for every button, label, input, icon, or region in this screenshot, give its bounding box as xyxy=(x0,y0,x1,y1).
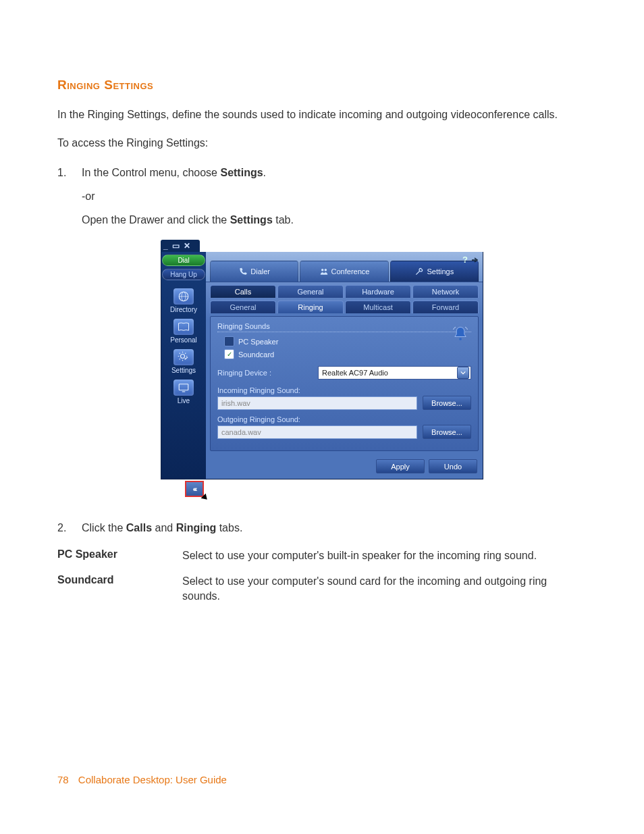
subtab-general-top[interactable]: General xyxy=(277,285,344,298)
step1-or: -or xyxy=(82,188,587,204)
maximize-icon[interactable]: ▭ xyxy=(172,242,180,250)
tab-dialer[interactable]: Dialer xyxy=(210,261,298,282)
incoming-sound-label: Incoming Ringing Sound: xyxy=(217,386,471,394)
gear-icon xyxy=(173,349,194,365)
step1-suffix: . xyxy=(263,167,266,178)
section-heading: Ringing Settings xyxy=(57,78,587,93)
bell-icon xyxy=(451,325,470,344)
panel-footer-buttons: Apply Undo xyxy=(206,455,483,479)
sub-tabs-row-2: General Ringing Multicast Forward xyxy=(206,298,483,313)
close-icon[interactable]: ✕ xyxy=(184,242,190,250)
svg-point-8 xyxy=(459,338,462,340)
intro-paragraph: In the Ringing Settings, define the soun… xyxy=(57,107,587,122)
subtab-network[interactable]: Network xyxy=(412,285,479,298)
sidebar-label-personal: Personal xyxy=(165,336,203,344)
page-footer: 78 Collaborate Desktop: User Guide xyxy=(57,774,227,785)
sidebar-item-directory[interactable]: Directory xyxy=(165,288,203,313)
soundcard-checkbox[interactable]: ✓ xyxy=(224,349,234,359)
def-pcspeaker-term: PC Speaker xyxy=(57,548,182,561)
step-number-1: 1. xyxy=(57,165,82,180)
undo-button[interactable]: Undo xyxy=(429,459,477,473)
outgoing-sound-input[interactable]: canada.wav xyxy=(217,425,417,439)
drawer-handle[interactable]: ‹‹‹ xyxy=(185,481,204,497)
settings-screenshot: _ ▭ ✕ Dial Hang Up Directory xyxy=(161,240,483,500)
tools-icon xyxy=(414,267,424,276)
window-controls: _ ▭ ✕ xyxy=(161,240,200,252)
tab-conference-label: Conference xyxy=(331,267,370,276)
subtab-forward[interactable]: Forward xyxy=(412,301,479,313)
minimize-icon[interactable]: _ xyxy=(163,242,168,250)
browse-label: Browse... xyxy=(431,399,462,407)
hangup-button[interactable]: Hang Up xyxy=(162,269,205,280)
footer-title: Collaborate Desktop: User Guide xyxy=(78,774,227,785)
incoming-sound-input[interactable]: irish.wav xyxy=(217,396,417,410)
step1b-text: Open the Drawer and click the Settings t… xyxy=(82,212,587,228)
ringing-device-label: Ringing Device : xyxy=(217,369,288,377)
subtab-ringing[interactable]: Ringing xyxy=(277,301,344,313)
dial-button[interactable]: Dial xyxy=(162,255,205,266)
browse-label-2: Browse... xyxy=(431,428,462,436)
step-1-text: In the Control menu, choose Settings. xyxy=(82,165,266,180)
ringing-device-dropdown[interactable]: Realtek AC97 Audio xyxy=(318,366,471,380)
sidebar-item-personal[interactable]: Personal xyxy=(165,319,203,344)
sidebar-label-settings: Settings xyxy=(165,367,203,374)
sidebar-item-settings[interactable]: Settings xyxy=(165,349,203,374)
def-pcspeaker-desc: Select to use your computer's built-in s… xyxy=(182,548,587,563)
sidebar-label-live: Live xyxy=(165,397,203,405)
tab-conference[interactable]: Conference xyxy=(300,261,388,282)
outgoing-sound-label: Outgoing Ringing Sound: xyxy=(217,415,471,423)
svg-point-7 xyxy=(324,269,327,271)
fieldset-label: Ringing Sounds xyxy=(217,322,471,332)
top-tabs: Dialer Conference Settings ? xyxy=(206,252,483,282)
chevron-down-icon xyxy=(457,367,469,379)
subtab-multicast[interactable]: Multicast xyxy=(345,301,411,313)
monitor-icon xyxy=(173,380,194,396)
ringing-device-value: Realtek AC97 Audio xyxy=(322,369,388,377)
step2-prefix: Click the xyxy=(82,522,126,533)
apply-button[interactable]: Apply xyxy=(376,459,425,473)
step2-bold2: Ringing xyxy=(176,522,217,533)
people-icon xyxy=(319,267,329,276)
step2-mid: and xyxy=(152,522,176,533)
sidebar-label-directory: Directory xyxy=(165,306,203,313)
pcspeaker-checkbox[interactable] xyxy=(224,336,234,346)
book-icon xyxy=(173,319,194,335)
phone-icon xyxy=(238,267,248,276)
step2-bold1: Calls xyxy=(126,522,152,533)
globe-icon xyxy=(173,288,194,305)
main-pane: Dialer Conference Settings ? xyxy=(206,252,483,479)
incoming-browse-button[interactable]: Browse... xyxy=(423,396,471,410)
step1-prefix: In the Control menu, choose xyxy=(82,167,220,178)
drawer-arrows-icon: ‹‹‹ xyxy=(193,485,196,493)
svg-point-6 xyxy=(321,269,323,271)
outgoing-browse-button[interactable]: Browse... xyxy=(423,425,471,439)
step-2-text: Click the Calls and Ringing tabs. xyxy=(82,520,242,536)
step1-bold: Settings xyxy=(220,167,263,178)
sidebar-item-live[interactable]: Live xyxy=(165,380,203,405)
svg-point-3 xyxy=(181,355,185,359)
step2-suffix: tabs. xyxy=(216,522,242,533)
pcspeaker-label: PC Speaker xyxy=(238,338,278,346)
def-soundcard-term: Soundcard xyxy=(57,574,182,586)
step1b-bold: Settings xyxy=(230,214,273,226)
ringing-panel: Ringing Sounds PC Speaker ✓ Soundcard Ri… xyxy=(210,316,479,451)
help-icon[interactable]: ? xyxy=(462,255,468,265)
soundcard-label: Soundcard xyxy=(238,350,274,359)
pin-icon[interactable] xyxy=(471,256,479,265)
step1b-suffix: tab. xyxy=(273,214,294,226)
tab-dialer-label: Dialer xyxy=(250,267,270,276)
svg-rect-4 xyxy=(179,384,188,390)
sub-tabs-row-1: Calls General Hardware Network xyxy=(206,282,483,298)
page-number: 78 xyxy=(57,774,69,785)
sidebar: Dial Hang Up Directory Personal xyxy=(161,252,206,479)
subtab-general[interactable]: General xyxy=(210,301,276,313)
def-soundcard-desc: Select to use your computer's sound card… xyxy=(182,574,587,604)
subtab-calls[interactable]: Calls xyxy=(210,285,276,298)
subtab-hardware[interactable]: Hardware xyxy=(345,285,411,298)
step1b-prefix: Open the Drawer and click the xyxy=(82,214,230,226)
step-number-2: 2. xyxy=(57,520,82,536)
tab-settings-label: Settings xyxy=(427,267,454,276)
access-line: To access the Ringing Settings: xyxy=(57,136,587,151)
